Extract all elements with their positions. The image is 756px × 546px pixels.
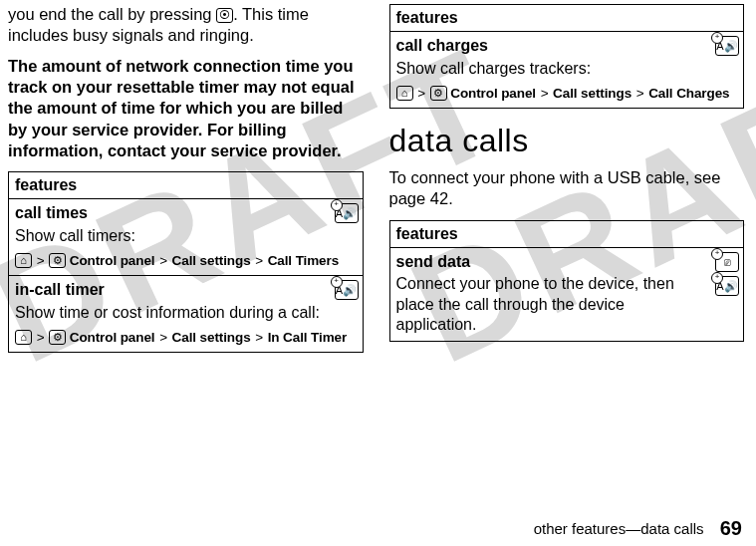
text: you end the call by pressing: [8, 5, 216, 23]
path-segment: Call Timers: [268, 253, 339, 268]
feature-body: Show call timers:: [15, 226, 357, 246]
feature-body: Show time or cost information during a c…: [15, 303, 357, 323]
paragraph: you end the call by pressing ⦿. This tim…: [8, 4, 362, 46]
left-column: you end the call by pressing ⦿. This tim…: [8, 4, 362, 361]
page-footer: other features—data calls 69: [534, 517, 742, 540]
network-feature-icon: +A🔊: [715, 36, 739, 56]
path-segment: Call Charges: [648, 86, 729, 101]
table-header: features: [390, 5, 744, 32]
table-row: +A🔊 call times Show call timers: ⌂ > ⚙ C…: [9, 199, 363, 276]
menu-path: ⌂ > ⚙ Control panel > Call settings > Ca…: [396, 85, 738, 102]
feature-title: call charges: [396, 36, 738, 56]
path-segment: In Call Timer: [268, 330, 347, 345]
optional-accessory-icon: +⎚: [715, 252, 739, 272]
badge-container: +A🔊: [335, 280, 359, 304]
table-row: +⎚ +A🔊 send data Connect your phone to t…: [390, 248, 744, 341]
path-segment: Call settings: [172, 330, 251, 345]
paragraph: To connect your phone with a USB cable, …: [389, 167, 743, 209]
network-feature-icon: +A🔊: [715, 276, 739, 296]
feature-title: call times: [15, 203, 357, 223]
home-icon: ⌂: [15, 253, 32, 268]
feature-body: Show call charges trackers:: [396, 59, 738, 79]
badge-container: +A🔊: [335, 203, 359, 227]
table-row: +A🔊 call charges Show call charges track…: [390, 32, 744, 108]
path-segment: Control panel: [70, 253, 155, 268]
feature-body: Connect your phone to the device, then p…: [396, 274, 738, 334]
tools-icon: ⚙: [430, 86, 447, 101]
page-content: you end the call by pressing ⦿. This tim…: [0, 0, 756, 361]
home-icon: ⌂: [396, 86, 413, 101]
table-row: +A🔊 in-call timer Show time or cost info…: [9, 276, 363, 352]
path-segment: Control panel: [450, 86, 536, 101]
footer-label: other features—data calls: [534, 520, 704, 537]
network-feature-icon: +A🔊: [335, 203, 359, 223]
menu-path: ⌂ > ⚙ Control panel > Call settings > In…: [15, 329, 357, 346]
right-column: features +A🔊 call charges Show call char…: [389, 4, 743, 361]
table-header: features: [9, 172, 363, 199]
features-table: features +A🔊 call times Show call timers…: [8, 171, 364, 353]
page-number: 69: [720, 517, 742, 539]
end-key-icon: ⦿: [216, 8, 233, 23]
home-icon: ⌂: [15, 330, 32, 345]
path-segment: Control panel: [70, 330, 155, 345]
feature-title: send data: [396, 252, 738, 272]
tools-icon: ⚙: [49, 330, 66, 345]
table-header: features: [390, 221, 744, 248]
section-heading: data calls: [389, 121, 743, 161]
feature-title: in-call timer: [15, 280, 357, 300]
tools-icon: ⚙: [49, 253, 66, 268]
menu-path: ⌂ > ⚙ Control panel > Call settings > Ca…: [15, 252, 357, 269]
path-segment: Call settings: [172, 253, 251, 268]
badge-container: +⎚ +A🔊: [715, 252, 739, 300]
features-table: features +⎚ +A🔊 send data Connect your p…: [389, 220, 745, 342]
paragraph-bold: The amount of network connection time yo…: [8, 56, 362, 161]
features-table: features +A🔊 call charges Show call char…: [389, 4, 745, 109]
path-segment: Call settings: [553, 86, 631, 101]
badge-container: +A🔊: [715, 36, 739, 60]
network-feature-icon: +A🔊: [335, 280, 359, 300]
